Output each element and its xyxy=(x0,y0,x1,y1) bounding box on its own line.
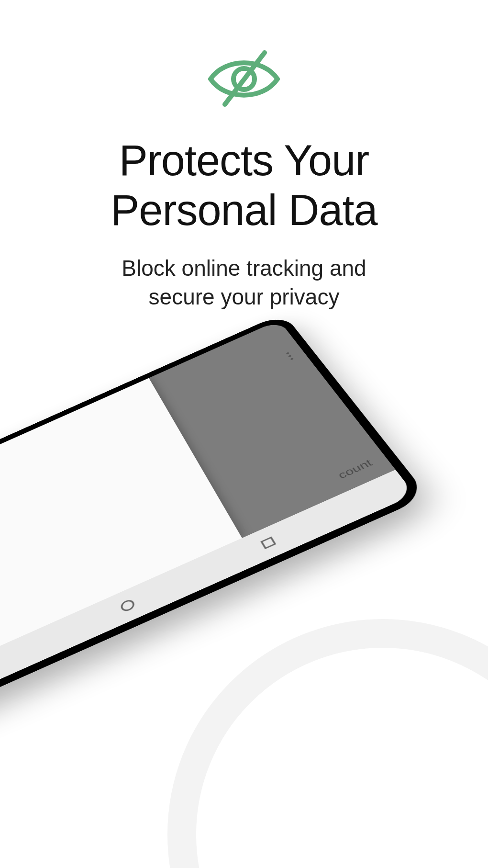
svg-point-7 xyxy=(120,599,135,612)
decorative-circle xyxy=(167,619,488,868)
nav-recent-button[interactable] xyxy=(255,532,281,554)
privacy-eye-slash-icon xyxy=(203,48,285,112)
svg-rect-8 xyxy=(261,538,275,549)
nav-home-button[interactable] xyxy=(115,594,140,617)
hero-title: Protects Your Personal Data xyxy=(0,136,488,235)
